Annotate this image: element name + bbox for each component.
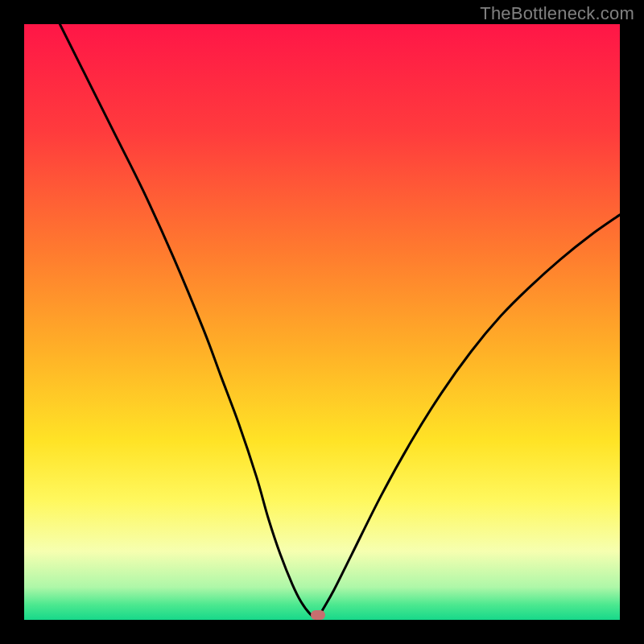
bottleneck-marker	[311, 610, 325, 620]
curve-path	[60, 24, 620, 619]
bottleneck-curve	[24, 24, 620, 620]
watermark-text: TheBottleneck.com	[480, 3, 634, 24]
chart-frame: TheBottleneck.com	[0, 0, 644, 644]
